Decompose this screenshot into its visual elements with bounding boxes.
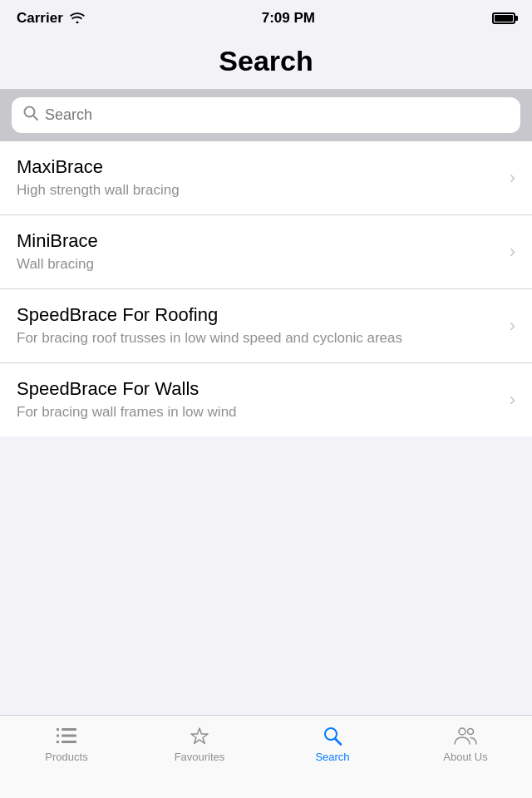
list-item-title: SpeedBrace For Roofing xyxy=(17,304,501,326)
search-bar[interactable] xyxy=(12,97,520,133)
product-list: MaxiBrace High strength wall bracing › M… xyxy=(0,141,532,436)
svg-rect-5 xyxy=(62,735,76,737)
tab-products-label: Products xyxy=(45,751,87,763)
star-icon xyxy=(186,724,213,747)
time-display: 7:09 PM xyxy=(262,10,315,27)
svg-point-10 xyxy=(459,728,466,735)
list-icon xyxy=(53,724,80,747)
list-item-title: SpeedBrace For Walls xyxy=(17,378,501,400)
tab-products[interactable]: Products xyxy=(0,724,133,763)
carrier-label: Carrier xyxy=(17,10,63,27)
search-tab-icon xyxy=(319,724,346,747)
battery-indicator xyxy=(492,12,515,24)
chevron-right-icon: › xyxy=(510,241,515,263)
svg-line-1 xyxy=(33,116,37,120)
svg-line-9 xyxy=(336,739,342,745)
tab-about-us-label: About Us xyxy=(443,751,487,763)
list-item-subtitle: High strength wall bracing xyxy=(17,181,501,200)
svg-point-8 xyxy=(325,728,337,740)
list-item-subtitle: For bracing roof trusses in low wind spe… xyxy=(17,329,501,347)
search-input[interactable] xyxy=(45,106,509,124)
svg-rect-6 xyxy=(57,741,59,743)
list-item-title: MiniBrace xyxy=(17,230,501,252)
svg-rect-7 xyxy=(62,741,76,743)
list-item-content: SpeedBrace For Roofing For bracing roof … xyxy=(17,304,501,347)
tab-search[interactable]: Search xyxy=(266,724,399,763)
tab-bar: Products Favourites Search About Us xyxy=(0,715,532,798)
list-item[interactable]: SpeedBrace For Walls For bracing wall fr… xyxy=(0,363,532,436)
svg-rect-4 xyxy=(57,735,59,737)
list-item-subtitle: Wall bracing xyxy=(17,255,501,273)
chevron-right-icon: › xyxy=(510,315,515,337)
list-item[interactable]: SpeedBrace For Roofing For bracing roof … xyxy=(0,289,532,363)
list-item[interactable]: MiniBrace Wall bracing › xyxy=(0,215,532,289)
svg-rect-3 xyxy=(62,728,76,731)
tab-about-us[interactable]: About Us xyxy=(399,724,532,763)
tab-favourites-label: Favourites xyxy=(175,751,225,763)
list-item[interactable]: MaxiBrace High strength wall bracing › xyxy=(0,141,532,215)
nav-bar: Search xyxy=(0,37,532,89)
battery-fill xyxy=(495,15,513,22)
chevron-right-icon: › xyxy=(510,389,515,411)
svg-rect-2 xyxy=(57,728,59,731)
list-item-title: MaxiBrace xyxy=(17,156,501,178)
list-item-content: MaxiBrace High strength wall bracing xyxy=(17,156,501,200)
tab-favourites[interactable]: Favourites xyxy=(133,724,266,763)
svg-point-11 xyxy=(468,729,474,735)
tab-search-label: Search xyxy=(315,751,349,763)
status-bar: Carrier 7:09 PM xyxy=(0,0,532,37)
search-icon xyxy=(23,106,38,125)
people-icon xyxy=(452,724,479,747)
list-item-subtitle: For bracing wall frames in low wind xyxy=(17,403,501,421)
search-bar-container xyxy=(0,89,532,141)
list-item-content: SpeedBrace For Walls For bracing wall fr… xyxy=(17,378,501,421)
wifi-icon xyxy=(70,12,85,26)
chevron-right-icon: › xyxy=(510,167,515,189)
battery-icon xyxy=(492,12,515,24)
list-item-content: MiniBrace Wall bracing xyxy=(17,230,501,273)
carrier-info: Carrier xyxy=(17,10,85,27)
page-title: Search xyxy=(0,45,532,77)
